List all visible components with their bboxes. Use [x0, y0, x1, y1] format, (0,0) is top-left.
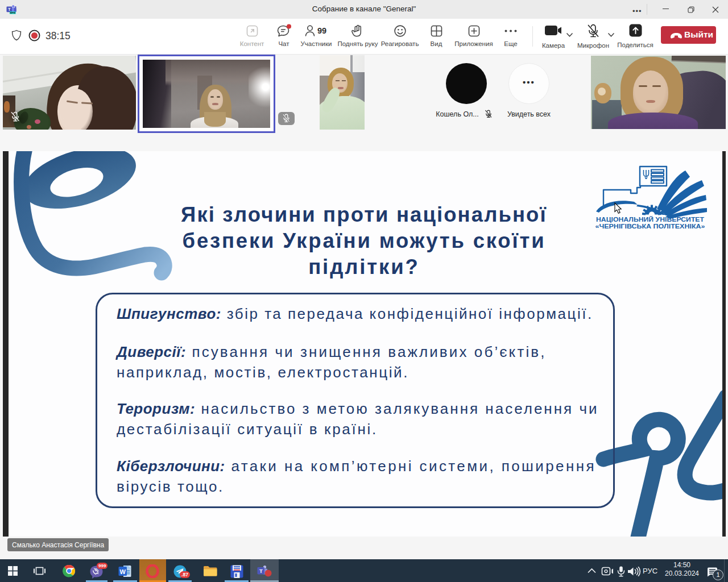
svg-text:НАЦІОНАЛЬНИЙ УНІВЕРСИТЕТ: НАЦІОНАЛЬНИЙ УНІВЕРСИТЕТ — [596, 216, 704, 223]
svg-text:T: T — [259, 568, 263, 574]
svg-text:W: W — [120, 568, 126, 575]
svg-text:99: 99 — [317, 26, 326, 35]
svg-text:«ЧЕРНІГІВСЬКА ПОЛІТЕХНІКА»: «ЧЕРНІГІВСЬКА ПОЛІТЕХНІКА» — [595, 223, 705, 230]
